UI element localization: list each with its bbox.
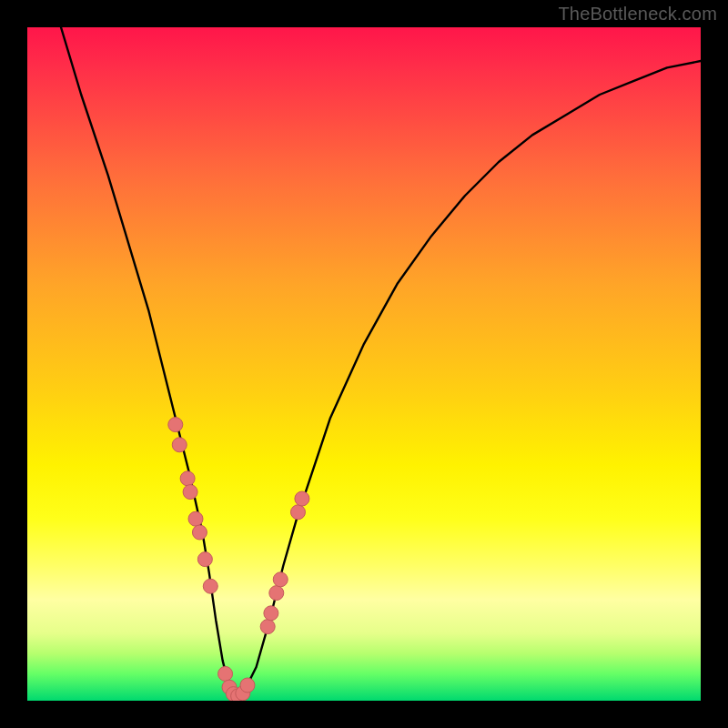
watermark-label: TheBottleneck.com [558,4,717,25]
chart-svg [27,27,701,701]
data-marker [172,438,187,452]
data-marker [180,471,195,486]
data-marker [295,491,309,506]
data-marker [264,606,278,621]
data-marker [192,525,207,540]
data-marker [269,586,284,601]
data-marker [168,418,183,432]
data-marker [183,485,197,500]
plot-area [27,27,701,701]
data-marker [273,572,288,587]
data-marker [290,505,305,520]
data-marker [260,620,275,634]
data-markers [168,418,309,701]
data-marker [197,552,212,567]
data-marker [218,666,233,681]
data-marker [188,511,203,526]
bottleneck-curve-path [61,27,701,701]
chart-outer-frame: TheBottleneck.com [0,0,728,728]
data-marker [240,678,255,693]
data-marker [203,579,217,593]
bottleneck-curve [61,27,701,701]
